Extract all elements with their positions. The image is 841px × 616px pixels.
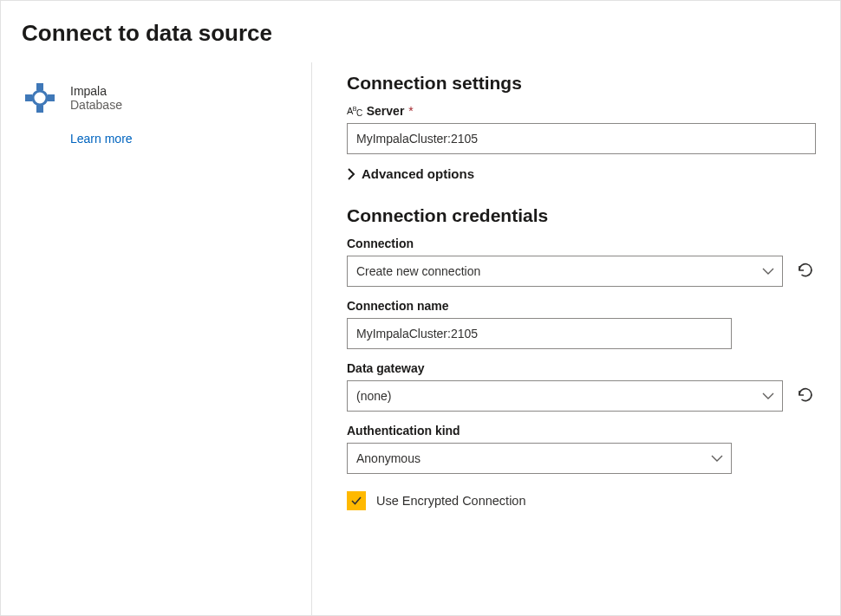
server-input[interactable]: [347, 123, 816, 154]
connection-select[interactable]: Create new connection: [347, 256, 783, 287]
gateway-select-wrap: (none): [347, 380, 783, 412]
connection-name-label: Connection name: [347, 299, 816, 313]
data-source-category: Database: [70, 98, 122, 112]
server-field-label: ABC Server *: [347, 104, 816, 118]
svg-rect-2: [25, 94, 32, 101]
server-label-text: Server: [367, 104, 405, 118]
page-title: Connect to data source: [1, 1, 840, 62]
connection-label: Connection: [347, 237, 816, 250]
learn-more-container: Learn more: [70, 132, 297, 146]
connection-settings-title: Connection settings: [347, 73, 816, 94]
text-type-icon: ABC: [347, 106, 362, 116]
data-gateway-label: Data gateway: [347, 361, 816, 375]
chevron-right-icon: [347, 168, 355, 180]
authentication-select[interactable]: Anonymous: [347, 443, 732, 474]
connection-credentials-title: Connection credentials: [347, 205, 816, 226]
refresh-icon: [796, 386, 815, 407]
required-star-icon: *: [408, 104, 413, 118]
gateway-select[interactable]: (none): [347, 380, 783, 412]
impala-icon: [22, 80, 58, 116]
connection-select-wrap: Create new connection: [347, 256, 783, 287]
svg-point-4: [33, 91, 47, 105]
data-source-text: Impala Database: [70, 84, 122, 112]
connection-name-input[interactable]: [347, 318, 732, 349]
refresh-gateway-button[interactable]: [795, 386, 816, 406]
main-panel: Connection settings ABC Server * Advance…: [312, 62, 840, 616]
encrypted-label: Use Encrypted Connection: [376, 494, 526, 508]
data-source-name: Impala: [70, 84, 122, 98]
data-source-item: Impala Database: [22, 80, 297, 116]
dialog-frame: Connect to data source: [0, 0, 841, 616]
authentication-kind-label: Authentication kind: [347, 424, 816, 438]
auth-select-wrap: Anonymous: [347, 443, 732, 474]
refresh-icon: [796, 261, 815, 282]
encrypted-connection-row: Use Encrypted Connection: [347, 491, 816, 510]
checkmark-icon: [349, 494, 363, 508]
svg-rect-3: [48, 94, 55, 101]
learn-more-link[interactable]: Learn more: [70, 132, 133, 146]
advanced-options-label: Advanced options: [362, 166, 474, 181]
advanced-options-toggle[interactable]: Advanced options: [347, 166, 816, 181]
encrypted-checkbox[interactable]: [347, 491, 366, 510]
sidebar: Impala Database Learn more: [1, 62, 311, 616]
svg-rect-1: [36, 106, 43, 113]
refresh-connection-button[interactable]: [795, 261, 816, 282]
content-area: Impala Database Learn more Connection se…: [1, 62, 840, 616]
svg-rect-0: [36, 83, 43, 90]
